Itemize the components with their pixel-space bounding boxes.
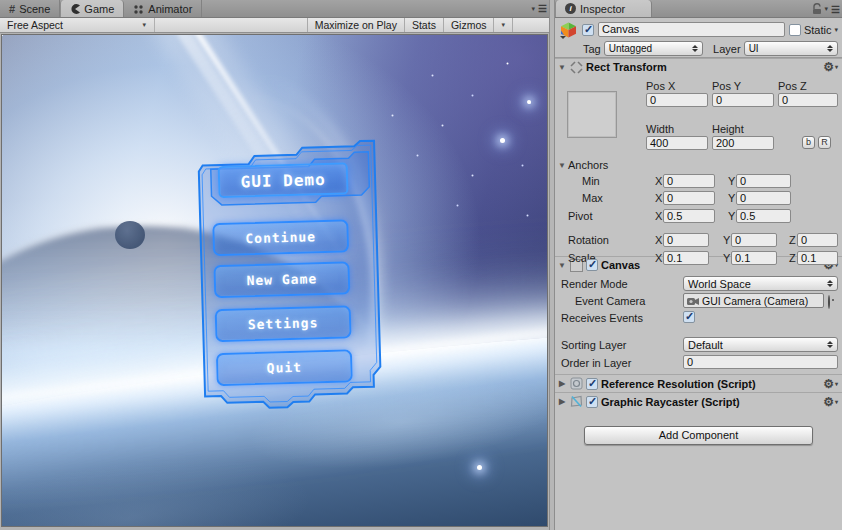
scale-y-field[interactable]: 0.1	[731, 251, 777, 265]
raw-edit-mode-button[interactable]: R	[818, 136, 831, 149]
new-game-button[interactable]: New Game	[213, 261, 350, 298]
quit-button[interactable]: Quit	[216, 349, 353, 386]
toolbar-right-group: Maximize on Play Stats Gizmos ▾	[307, 18, 513, 32]
rect-transform-title: Rect Transform	[586, 61, 667, 73]
add-component-button[interactable]: Add Component	[584, 426, 813, 445]
height-field[interactable]: 200	[712, 136, 774, 150]
gameobject-enabled-checkbox[interactable]	[582, 24, 594, 36]
event-camera-value: GUI Camera (Camera)	[702, 295, 808, 307]
tab-scene[interactable]: # Scene	[0, 0, 60, 17]
tag-dropdown[interactable]: Untagged	[604, 41, 703, 56]
tab-game[interactable]: Game	[60, 0, 124, 17]
menu-title: GUI Demo	[218, 162, 349, 198]
reference-resolution-header[interactable]: ▶ Reference Resolution (Script) ⚙▾	[555, 374, 842, 392]
reference-resolution-checkbox[interactable]	[586, 378, 598, 390]
pivot-x-field[interactable]: 0.5	[663, 209, 715, 223]
inspector-tabbar: i Inspector ▾ ☰	[555, 0, 842, 18]
anchor-min-x-field[interactable]: 0	[663, 174, 715, 188]
pane-hamburger-icon[interactable]: ☰	[831, 4, 839, 15]
static-label: Static	[804, 24, 832, 36]
gizmos-dropdown[interactable]: ▾	[493, 18, 513, 32]
anchor-max-x-field[interactable]: 0	[663, 191, 715, 205]
foldout-open-icon[interactable]: ▼	[557, 63, 567, 72]
render-mode-value: World Space	[688, 278, 751, 290]
scale-x-field[interactable]: 0.1	[663, 251, 709, 265]
tab-inspector-label: Inspector	[580, 3, 625, 15]
rotation-z-field[interactable]: 0	[797, 233, 838, 247]
scene-icon: #	[9, 3, 15, 15]
width-field[interactable]: 400	[646, 136, 708, 150]
left-pane-menu[interactable]: ▾ ☰	[532, 3, 546, 14]
pivot-y-field[interactable]: 0.5	[736, 209, 791, 223]
render-mode-dropdown[interactable]: World Space	[683, 276, 838, 291]
anchor-max-y-field[interactable]: 0	[736, 191, 791, 205]
rect-transform-body: Pos X Pos Y Pos Z 0 0 0 Width Height 400…	[555, 75, 842, 256]
rect-transform-header[interactable]: ▼ Rect Transform ⚙▾	[555, 58, 842, 75]
gear-icon[interactable]: ⚙▾	[823, 379, 838, 389]
scale-z-field[interactable]: 0.1	[797, 251, 838, 265]
sorting-layer-dropdown[interactable]: Default	[683, 337, 838, 352]
reference-resolution-icon	[570, 377, 583, 390]
aspect-dropdown[interactable]: Free Aspect ▾	[0, 18, 155, 32]
layer-dropdown[interactable]: UI	[744, 41, 838, 56]
event-camera-object-field[interactable]: GUI Camera (Camera)	[683, 293, 824, 308]
static-checkbox[interactable]	[789, 24, 801, 36]
game-viewport: GUI Demo Continue New Game Settings Quit	[1, 34, 548, 527]
maximize-on-play-button[interactable]: Maximize on Play	[307, 18, 404, 32]
left-tabbar: # Scene Game Animator ▾ ☰	[0, 0, 549, 18]
gameobject-header: Canvas Static ▾ Tag Untagged Layer	[555, 18, 842, 58]
starfield	[2, 35, 3, 36]
inspector-body: Canvas Static ▾ Tag Untagged Layer	[555, 18, 842, 530]
anchor-min-y-field[interactable]: 0	[736, 174, 791, 188]
foldout-closed-icon[interactable]: ▶	[557, 397, 567, 406]
pos-x-field[interactable]: 0	[646, 93, 708, 107]
stats-button[interactable]: Stats	[404, 18, 443, 32]
foldout-open-icon[interactable]: ▼	[557, 261, 567, 270]
foldout-closed-icon[interactable]: ▶	[557, 379, 567, 388]
anchor-preview-box[interactable]	[567, 91, 617, 138]
popup-arrows-icon	[692, 45, 698, 52]
popup-arrows-icon	[827, 45, 833, 52]
y-label: Y	[728, 175, 735, 187]
tab-inspector[interactable]: i Inspector	[555, 0, 652, 17]
z-label: Z	[789, 252, 796, 264]
object-picker-icon[interactable]	[828, 295, 830, 309]
graphic-raycaster-checkbox[interactable]	[586, 396, 598, 408]
game-pane: # Scene Game Animator ▾ ☰ Free Aspec	[0, 0, 549, 530]
popup-arrows-icon	[827, 341, 833, 348]
tab-animator[interactable]: Animator	[124, 0, 202, 17]
pos-y-field[interactable]: 0	[712, 93, 774, 107]
canvas-title: Canvas	[601, 259, 640, 271]
settings-button[interactable]: Settings	[215, 305, 352, 342]
gear-icon[interactable]: ⚙▾	[823, 62, 838, 72]
y-label: Y	[728, 192, 735, 204]
sorting-layer-label: Sorting Layer	[561, 339, 626, 351]
lock-icon[interactable]	[812, 3, 822, 15]
z-label: Z	[789, 234, 796, 246]
game-icon	[70, 4, 80, 14]
anchors-foldout-icon[interactable]: ▼	[557, 161, 567, 170]
tab-scene-label: Scene	[19, 3, 50, 15]
y-label: Y	[728, 210, 735, 222]
max-label: Max	[582, 192, 603, 204]
tag-label: Tag	[583, 43, 601, 55]
gameobject-name-field[interactable]: Canvas	[598, 22, 785, 37]
blueprint-mode-button[interactable]: b	[802, 136, 815, 149]
continue-button[interactable]: Continue	[212, 219, 349, 256]
gizmos-button[interactable]: Gizmos	[443, 18, 494, 32]
receives-events-checkbox[interactable]	[683, 311, 695, 323]
graphic-raycaster-header[interactable]: ▶ Graphic Raycaster (Script) ⚙▾	[555, 392, 842, 410]
info-icon: i	[565, 3, 576, 14]
rotation-y-field[interactable]: 0	[731, 233, 777, 247]
tag-value: Untagged	[609, 43, 652, 54]
moon-silhouette	[115, 221, 145, 249]
rotation-x-field[interactable]: 0	[663, 233, 709, 247]
static-dropdown-icon[interactable]: ▾	[834, 26, 838, 34]
canvas-enabled-checkbox[interactable]	[586, 259, 598, 271]
pane-dropdown-icon[interactable]: ▾	[825, 5, 829, 13]
pos-z-field[interactable]: 0	[778, 93, 838, 107]
x-label: X	[655, 234, 662, 246]
pos-y-label: Pos Y	[712, 80, 741, 92]
order-in-layer-field[interactable]: 0	[683, 355, 838, 369]
gear-icon[interactable]: ⚙▾	[823, 397, 838, 407]
